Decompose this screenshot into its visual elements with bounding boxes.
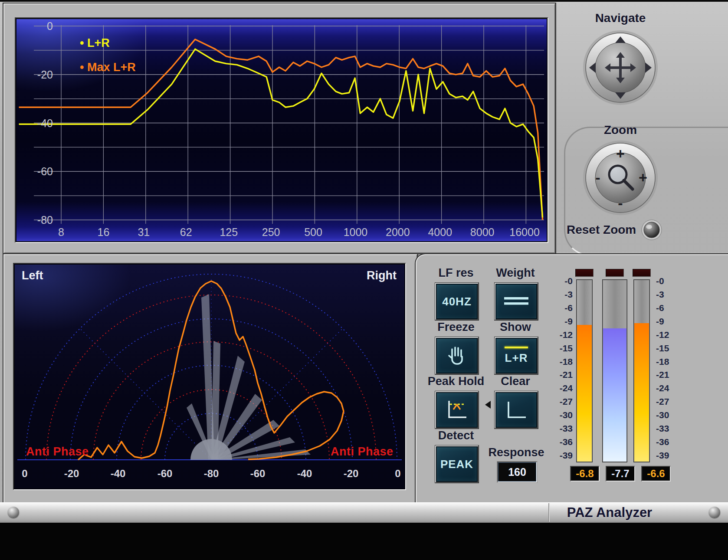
corner-button-right[interactable]	[709, 507, 720, 518]
phase-left-label: Left	[22, 269, 43, 282]
svg-text:-40: -40	[297, 468, 312, 479]
svg-text:-: -	[595, 169, 600, 186]
peak-hold-button[interactable]	[435, 391, 479, 429]
svg-text:31: 31	[138, 226, 150, 238]
paz-analyzer-window: • L+R• Max L+R0-20-40-60-808163162125250…	[0, 0, 728, 560]
meter-right-fill	[634, 323, 649, 462]
phase-right-label: Right	[367, 269, 397, 282]
response-label: Response	[486, 446, 547, 459]
svg-text:4000: 4000	[428, 226, 452, 238]
svg-text:16: 16	[97, 226, 109, 238]
svg-text:-80: -80	[37, 214, 53, 226]
svg-text:-: -	[618, 195, 623, 211]
antiphase-left-label: Anti Phase	[26, 445, 89, 458]
svg-text:-20: -20	[37, 69, 53, 81]
svg-text:+: +	[616, 145, 625, 162]
svg-text:-40: -40	[111, 468, 126, 479]
meter-readout-mid: -7.7	[606, 466, 635, 481]
phase-axis-labels: 0-20-40-60-80-60-40-200	[22, 468, 400, 479]
reset-zoom-label: Reset Zoom	[567, 223, 640, 237]
clip-indicator-right	[633, 269, 651, 277]
response-value: 160	[508, 466, 526, 478]
weight-button[interactable]	[495, 283, 538, 320]
clip-indicator-left	[575, 269, 594, 277]
reset-zoom-button[interactable]	[641, 219, 662, 240]
svg-text:-40: -40	[37, 117, 53, 129]
peak-hold-label: Peak Hold	[421, 375, 491, 388]
show-button[interactable]: L+R	[495, 337, 538, 374]
meter-scale-left: -0-3-6-9-12-15-18-21-24-27-30-33-36-39	[556, 276, 573, 461]
phase-energy-spikes	[187, 294, 311, 460]
svg-text:-60: -60	[157, 468, 173, 479]
svg-text:500: 500	[304, 226, 322, 238]
svg-text:8000: 8000	[470, 226, 495, 238]
meter-readout-left: -6.8	[570, 466, 600, 481]
corner-button-left[interactable]	[8, 507, 19, 518]
svg-text:• L+R: • L+R	[80, 36, 110, 49]
svg-text:0: 0	[47, 20, 53, 32]
statusbar-separator	[548, 503, 550, 522]
meter-mid-fill	[603, 328, 626, 462]
detect-label: Detect	[428, 429, 484, 442]
response-value-box[interactable]: 160	[497, 462, 537, 482]
svg-text:-20: -20	[344, 468, 359, 479]
svg-text:-80: -80	[204, 468, 219, 479]
clear-button[interactable]	[495, 391, 538, 429]
antiphase-right-label: Anti Phase	[331, 445, 394, 458]
svg-text:0: 0	[22, 468, 27, 479]
clip-indicator-mid	[606, 269, 624, 277]
show-curve-color-icon	[505, 347, 528, 348]
svg-text:16000: 16000	[509, 226, 540, 238]
lf-res-label: LF res	[428, 266, 484, 280]
navigate-pad[interactable]	[582, 29, 659, 106]
svg-text:-20: -20	[64, 468, 79, 479]
spectrum-legend: • L+R• Max L+R	[80, 36, 136, 74]
svg-text:0: 0	[395, 468, 400, 479]
freeze-label: Freeze	[428, 321, 484, 334]
clear-label: Clear	[487, 375, 544, 388]
freeze-button[interactable]	[435, 337, 479, 374]
clear-marker-arrow-icon	[485, 401, 491, 409]
lf-res-button[interactable]: 40HZ	[435, 283, 479, 320]
spectrum-panel: • L+R• Max L+R0-20-40-60-808163162125250…	[3, 3, 555, 253]
spectrum-chart[interactable]: • L+R• Max L+R0-20-40-60-808163162125250…	[16, 18, 548, 242]
zoom-label: Zoom	[586, 123, 655, 137]
app-title: PAZ Analyzer	[560, 505, 659, 521]
freeze-hand-icon	[447, 345, 467, 366]
controls-panel: LF res Weight 40HZ Freeze Show L+R	[416, 254, 728, 503]
meter-scale-right: -0-3-6-9-12-15-18-21-24-27-30-33-36-39	[656, 276, 674, 461]
bottom-edge	[0, 523, 728, 560]
clear-icon	[504, 399, 528, 421]
svg-text:-60: -60	[37, 165, 53, 177]
svg-text:-60: -60	[250, 468, 266, 479]
svg-text:125: 125	[220, 226, 238, 238]
meter-left-tube	[576, 279, 593, 462]
navigate-label: Navigate	[586, 11, 655, 25]
meter-right-tube	[633, 279, 650, 462]
show-value: L+R	[505, 351, 528, 365]
meter-left-fill	[577, 325, 592, 462]
meter-mid-tube	[602, 279, 627, 462]
phase-display[interactable]: 0-20-40-60-80-60-40-200 Left Right Anti …	[13, 263, 406, 490]
spectrum-axis-labels: 0-20-40-60-80816316212525050010002000400…	[37, 20, 540, 238]
svg-text:+: +	[639, 169, 647, 186]
svg-text:62: 62	[180, 226, 192, 238]
lf-res-value: 40HZ	[442, 295, 472, 308]
zoom-knob[interactable]: + + - -	[582, 140, 659, 216]
detect-value: PEAK	[440, 458, 473, 471]
svg-text:250: 250	[262, 226, 280, 238]
phase-panel: 0-20-40-60-80-60-40-200 Left Right Anti …	[3, 254, 417, 503]
svg-text:2000: 2000	[386, 226, 410, 238]
svg-text:• Max L+R: • Max L+R	[80, 61, 136, 74]
show-label: Show	[487, 321, 544, 334]
detect-button[interactable]: PEAK	[435, 445, 479, 483]
weight-label: Weight	[487, 266, 544, 280]
svg-text:1000: 1000	[344, 226, 368, 238]
spectrum-display[interactable]: • L+R• Max L+R0-20-40-60-808163162125250…	[15, 17, 548, 243]
weight-icon	[504, 296, 528, 307]
svg-text:8: 8	[58, 226, 64, 238]
meter-readout-right: -6.6	[641, 466, 671, 481]
peak-hold-icon	[445, 399, 469, 421]
